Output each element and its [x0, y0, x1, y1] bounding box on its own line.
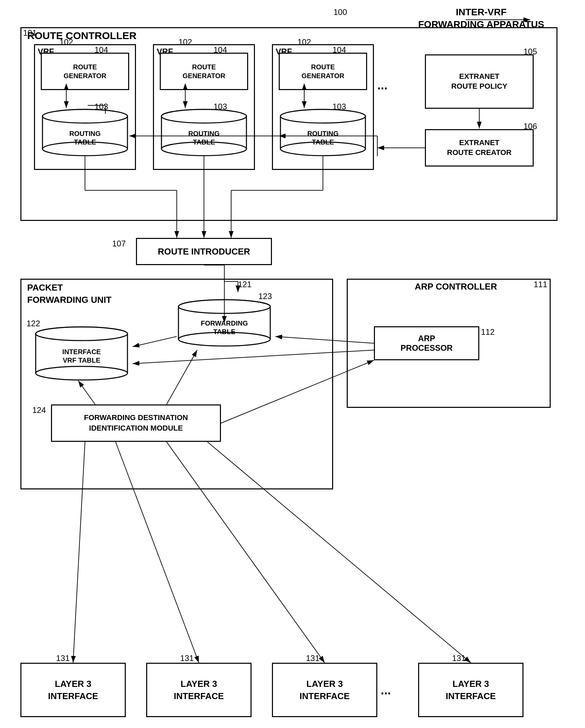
svg-point-36	[36, 366, 127, 380]
ref-107: 107	[112, 239, 126, 248]
ref-102-1: 102	[59, 37, 73, 47]
routing-table-2: ROUTING TABLE	[160, 109, 248, 156]
ref-106: 106	[523, 122, 537, 131]
svg-text:ROUTING: ROUTING	[188, 130, 220, 137]
layer3-interface-3: LAYER 3 INTERFACE	[272, 663, 377, 717]
routing-table-1: ROUTING TABLE	[41, 109, 129, 156]
svg-text:TABLE: TABLE	[213, 328, 235, 335]
ref-104-2: 104	[213, 45, 227, 55]
svg-text:ROUTING: ROUTING	[307, 130, 339, 137]
layer3-interface-4: LAYER 3 INTERFACE	[418, 663, 523, 717]
svg-text:VRF TABLE: VRF TABLE	[63, 357, 101, 364]
ref-122: 122	[27, 319, 40, 328]
route-controller-label: ROUTE CONTROLLER	[27, 30, 137, 41]
ref-111: 111	[534, 280, 547, 289]
ref-131-3: 131	[306, 654, 320, 663]
extranet-creator: EXTRANET ROUTE CREATOR	[425, 129, 534, 167]
ref-112: 112	[481, 327, 495, 337]
svg-point-37	[36, 327, 127, 341]
ref-102-3: 102	[297, 37, 311, 47]
extranet-policy: EXTRANET ROUTE POLICY	[425, 54, 534, 109]
ref-104-3: 104	[332, 45, 346, 55]
svg-text:TABLE: TABLE	[74, 138, 96, 146]
forwarding-table: FORWARDING TABLE	[177, 299, 272, 347]
ref-123: 123	[258, 292, 272, 301]
ref-121: 121	[238, 280, 252, 289]
ref-103-3: 103	[332, 102, 346, 111]
svg-point-13	[161, 109, 246, 123]
route-gen-3: ROUTE GENERATOR	[279, 53, 367, 90]
svg-point-29	[178, 300, 270, 313]
ref-103-2: 103	[213, 102, 227, 111]
route-introducer: ROUTE INTRODUCER	[136, 238, 272, 265]
svg-text:TABLE: TABLE	[193, 138, 215, 146]
layer3-interface-1: LAYER 3 INTERFACE	[20, 663, 126, 717]
ref-105: 105	[523, 47, 537, 56]
ref-131-1: 131	[56, 654, 70, 663]
fdim: FORWARDING DESTINATION IDENTIFICATION MO…	[51, 404, 221, 442]
arp-processor: ARP PROCESSOR	[374, 326, 479, 360]
pfu-label: PACKET FORWARDING UNIT	[27, 281, 111, 306]
ref-131-2: 131	[180, 654, 194, 663]
dots-separator: ...	[381, 683, 391, 697]
svg-text:INTERFACE: INTERFACE	[62, 348, 101, 356]
ref-104-1: 104	[94, 45, 108, 55]
arp-controller-label: ARP CONTROLLER	[415, 281, 497, 292]
ref-102-2: 102	[178, 37, 192, 47]
vrf-dots: ...	[377, 78, 388, 92]
svg-text:TABLE: TABLE	[312, 138, 334, 146]
ref-101: 101	[23, 28, 37, 38]
svg-text:ROUTING: ROUTING	[69, 130, 101, 137]
layer3-interface-2: LAYER 3 INTERFACE	[146, 663, 252, 717]
svg-point-21	[280, 109, 365, 123]
ref-100: 100	[333, 7, 347, 17]
interface-vrf-table: INTERFACE VRF TABLE	[34, 326, 129, 381]
ref-124: 124	[32, 405, 46, 415]
route-gen-1: ROUTE GENERATOR	[41, 53, 129, 90]
route-gen-2: ROUTE GENERATOR	[160, 53, 248, 90]
ref-103-1: 103	[94, 102, 108, 111]
diagram: INTER-VRF FORWARDING APPARATUS ROUTE CON…	[0, 0, 585, 728]
ref-131-4: 131	[452, 654, 466, 663]
svg-point-5	[42, 109, 127, 123]
svg-text:FORWARDING: FORWARDING	[201, 319, 248, 327]
routing-table-3: ROUTING TABLE	[279, 109, 367, 156]
